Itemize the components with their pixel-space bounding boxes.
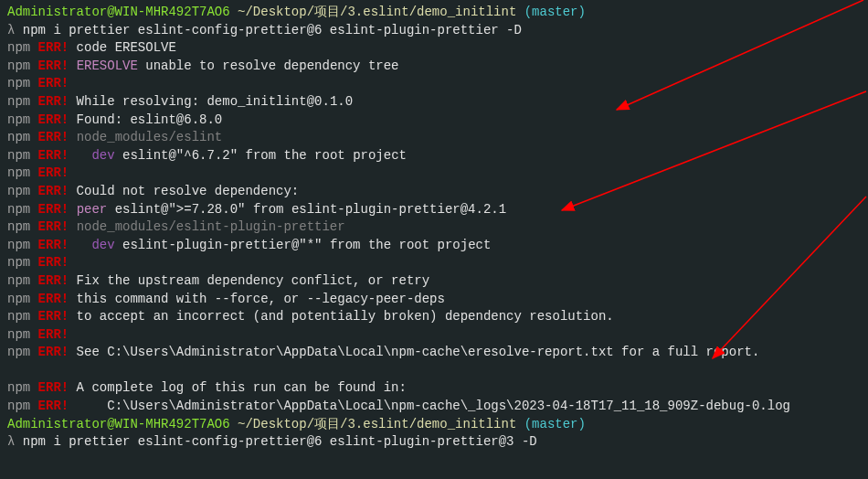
npm-err-line: npm ERR! Found: eslint@6.8.0 — [7, 112, 861, 130]
prompt-lambda: λ — [7, 434, 23, 449]
npm-err-line: npm ERR! node_modules/eslint-plugin-pret… — [7, 218, 861, 237]
prompt-user: Administrator@WIN-MHR492T7AO6 — [7, 5, 230, 19]
npm-err-line: npm ERR! Could not resolve dependency: — [7, 183, 861, 201]
npm-err-line: npm ERR! Fix the upstream dependency con… — [7, 272, 861, 291]
blank-line — [7, 362, 861, 380]
npm-err-line: npm ERR! this command with --force, or -… — [7, 291, 861, 309]
command-text: npm i prettier eslint-config-prettier@6 … — [23, 23, 522, 37]
command-line-2: λ npm i prettier eslint-config-prettier@… — [7, 433, 861, 452]
prompt-line-2: Administrator@WIN-MHR492T7AO6 ~/Desktop/… — [7, 416, 861, 434]
prompt-user: Administrator@WIN-MHR492T7AO6 — [7, 417, 230, 431]
command-text: npm i prettier eslint-config-prettier@6 … — [23, 434, 537, 449]
prompt-lambda: λ — [7, 23, 23, 37]
command-line-1: λ npm i prettier eslint-config-prettier@… — [7, 22, 861, 40]
npm-err-line: npm ERR! — [7, 165, 861, 183]
npm-err-line: npm ERR! code ERESOLVE — [7, 39, 861, 58]
npm-err-line: npm ERR! While resolving: demo_initlint@… — [7, 93, 861, 112]
npm-err-line: npm ERR! A complete log of this run can … — [7, 379, 861, 398]
npm-err-line: npm ERR! dev eslint@"^6.7.2" from the ro… — [7, 147, 861, 165]
npm-err-line: npm ERR! dev eslint-plugin-prettier@"*" … — [7, 237, 861, 255]
npm-err-line: npm ERR! — [7, 326, 861, 345]
prompt-path: ~/Desktop/项目/3.eslint/demo_initlint — [230, 5, 517, 19]
npm-err-line: npm ERR! C:\Users\Administrator\AppData\… — [7, 398, 861, 416]
npm-err-line: npm ERR! peer eslint@">=7.28.0" from esl… — [7, 201, 861, 219]
prompt-branch: (master) — [516, 5, 586, 19]
npm-err-line: npm ERR! to accept an incorrect (and pot… — [7, 308, 861, 326]
npm-err-line: npm ERR! — [7, 254, 861, 272]
prompt-path: ~/Desktop/项目/3.eslint/demo_initlint — [230, 417, 517, 431]
npm-err-line: npm ERR! ERESOLVE unable to resolve depe… — [7, 58, 861, 76]
prompt-line-1: Administrator@WIN-MHR492T7AO6 ~/Desktop/… — [7, 4, 861, 22]
npm-err-line: npm ERR! See C:\Users\Administrator\AppD… — [7, 344, 861, 362]
npm-err-line: npm ERR! — [7, 75, 861, 93]
npm-err-line: npm ERR! node_modules/eslint — [7, 129, 861, 147]
prompt-branch: (master) — [516, 417, 586, 431]
terminal-output[interactable]: Administrator@WIN-MHR492T7AO6 ~/Desktop/… — [7, 4, 861, 452]
